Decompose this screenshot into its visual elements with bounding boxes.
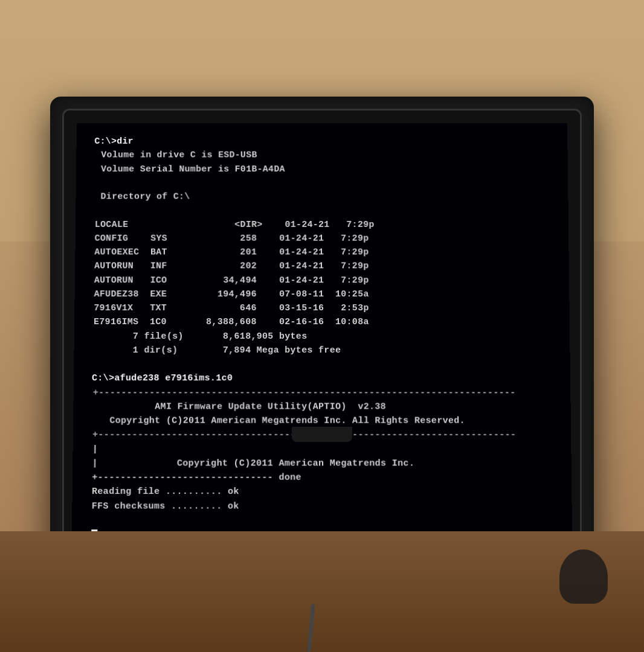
- serial-number: Volume Serial Number is F01B-A4DA: [94, 162, 550, 176]
- file-config: CONFIG SYS 258 01-24-21 7:29p: [93, 232, 550, 246]
- reading-file: Reading file .......... ok: [91, 485, 553, 499]
- ami-copyright: Copyright (C)2011 American Megatrends In…: [91, 414, 553, 428]
- file-locale: LOCALE <DIR> 01-24-21 7:29p: [94, 218, 551, 232]
- blank-line-2: [94, 204, 550, 218]
- done-line: +------------------------------- done: [91, 471, 553, 485]
- blank-line-3: [92, 357, 552, 371]
- desk-object: [559, 549, 608, 604]
- summary-dirs: 1 dir(s) 7,894 Mega bytes free: [92, 344, 552, 357]
- screen: C:\>dir Volume in drive C is ESD-USB Vol…: [72, 123, 572, 534]
- ffs-checksums: FFS checksums ......... ok: [91, 499, 554, 514]
- monitor-stand: [292, 427, 352, 442]
- file-autorun-inf: AUTORUN INF 202 01-24-21 7:29p: [93, 260, 551, 273]
- room-background: C:\>dir Volume in drive C is ESD-USB Vol…: [0, 0, 644, 652]
- ami-title: AMI Firmware Update Utility(APTIO) v2.38: [91, 400, 552, 414]
- monitor-outer: C:\>dir Volume in drive C is ESD-USB Vol…: [50, 97, 594, 555]
- monitor-bezel: C:\>dir Volume in drive C is ESD-USB Vol…: [62, 109, 582, 543]
- screen-content: C:\>dir Volume in drive C is ESD-USB Vol…: [72, 123, 572, 534]
- pipe-1: |: [91, 442, 553, 456]
- file-afudez38: AFUDEZ38 EXE 194,496 07-08-11 10:25a: [92, 287, 551, 301]
- desk-surface: [0, 531, 644, 652]
- file-e7916ims: E7916IMS 1C0 8,388,608 02-16-16 10:08a: [92, 315, 552, 329]
- blank-line-1: [94, 176, 550, 190]
- directory-of: Directory of C:\: [94, 190, 550, 204]
- volume-label: Volume in drive C is ESD-USB: [94, 149, 550, 162]
- summary-files: 7 file(s) 8,618,905 bytes: [92, 329, 552, 343]
- file-autoexec: AUTOEXEC BAT 201 01-24-21 7:29p: [93, 246, 551, 260]
- dir-command: C:\>dir: [94, 135, 549, 149]
- divider-1: +---------------------------------------…: [92, 386, 553, 400]
- pipe-2: | Copyright (C)2011 American Megatrends …: [91, 456, 553, 471]
- file-7916v1x: 7916V1X TXT 646 03-15-16 2:53p: [92, 301, 552, 315]
- run-command: C:\>afude238 e7916ims.1c0: [92, 371, 552, 385]
- file-autorun-ico: AUTORUN ICO 34,494 01-24-21 7:29p: [93, 273, 552, 287]
- blank-line-4: [90, 513, 553, 528]
